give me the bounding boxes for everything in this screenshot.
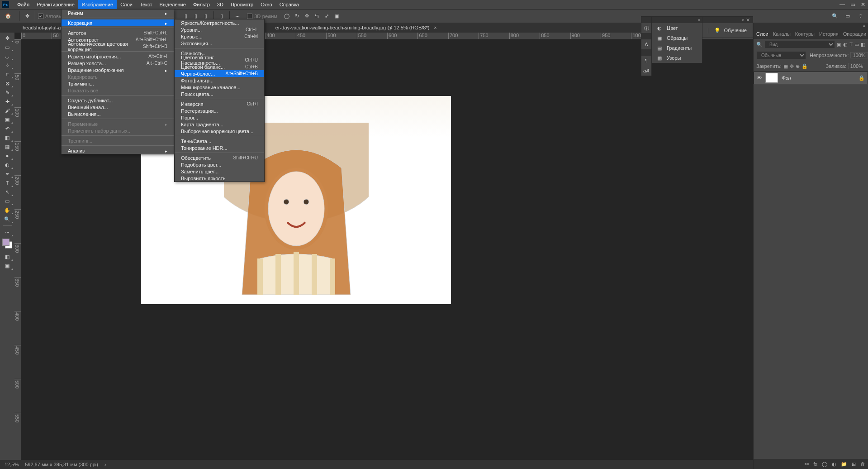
panel-expand-icon[interactable]: » <box>698 18 700 22</box>
expand-icon[interactable]: » <box>863 23 865 29</box>
filter-shape-icon[interactable]: ▭ <box>854 42 859 48</box>
zoom-level[interactable]: 12,5% <box>5 462 19 467</box>
menuitem[interactable]: Создать дубликат... <box>62 97 174 104</box>
menuitem[interactable]: Цветовой тон/Насыщенность...Ctrl+U <box>175 57 264 63</box>
adjustment-icon[interactable]: ◐ <box>832 461 836 467</box>
menuitem[interactable]: Вычисления... <box>62 110 174 117</box>
filter-smart-icon[interactable]: ◧ <box>861 42 865 48</box>
type-tool[interactable]: T <box>1 178 14 187</box>
panel-patterns[interactable]: ▩Узоры <box>652 53 702 63</box>
menu-выделение[interactable]: Выделение <box>156 0 190 9</box>
menuitem[interactable]: Карта градиента... <box>175 121 264 128</box>
filter-pixel-icon[interactable]: ▣ <box>837 42 841 48</box>
blur-tool[interactable]: ● <box>1 151 14 160</box>
3d-camera-icon[interactable]: ▣ <box>332 11 342 21</box>
layer-thumbnail[interactable] <box>765 73 778 83</box>
menu-просмотр[interactable]: Просмотр <box>227 0 257 9</box>
panel-swatches[interactable]: ▦Образцы <box>652 33 702 43</box>
layer-row[interactable]: 👁 Фон 🔒 <box>754 72 868 84</box>
layer-name[interactable]: Фон <box>782 75 791 81</box>
3d-mode-checkbox[interactable]: 3D-режим <box>247 14 277 19</box>
menu-справка[interactable]: Справка <box>276 0 303 9</box>
edit-toolbar-icon[interactable]: ··· <box>1 228 14 237</box>
healing-tool[interactable]: ✚ <box>1 97 14 106</box>
menuitem[interactable]: Тонирование HDR... <box>175 144 264 151</box>
search-icon[interactable]: 🔍 <box>830 11 840 21</box>
ruler-vertical[interactable]: 050100150200250300350400450500550 <box>14 39 21 460</box>
path-tool[interactable]: ↖ <box>1 187 14 196</box>
move-tool[interactable]: ✥ <box>1 34 14 43</box>
menuitem[interactable]: Фотофильтр... <box>175 77 264 84</box>
lock-pixels-icon[interactable]: ▦ <box>783 63 788 69</box>
expand-strip[interactable] <box>641 17 651 23</box>
lasso-tool[interactable]: ◡ <box>1 52 14 61</box>
menuitem[interactable]: Подобрать цвет... <box>175 161 264 168</box>
tab-каналы[interactable]: Каналы <box>773 31 791 37</box>
blend-mode[interactable]: Обычные <box>756 51 806 59</box>
layer-filter[interactable]: Вид <box>764 40 835 48</box>
menuitem[interactable]: Размер изображения...Alt+Ctrl+I <box>62 53 174 60</box>
eraser-tool[interactable]: ◧ <box>1 133 14 142</box>
doc-dims[interactable]: 592,67 мм x 395,31 мм (300 ppi) <box>25 462 98 467</box>
menuitem[interactable]: Яркость/Контрастность... <box>175 19 264 26</box>
marquee-tool[interactable]: ▭ <box>1 43 14 52</box>
character-icon[interactable]: A <box>641 39 651 49</box>
menuitem[interactable]: Уровни...Ctrl+L <box>175 26 264 33</box>
minimize-icon[interactable]: — <box>840 1 845 8</box>
menuitem[interactable]: Внешний канал... <box>62 104 174 110</box>
menuitem[interactable]: Заменить цвет... <box>175 168 264 175</box>
panel-color[interactable]: ◐Цвет <box>652 23 702 33</box>
tab-контуры[interactable]: Контуры <box>795 31 815 37</box>
menu-слои[interactable]: Слои <box>117 0 136 9</box>
menuitem[interactable]: Вращение изображения <box>62 67 174 73</box>
share-icon[interactable]: ⇪ <box>855 11 865 21</box>
menuitem[interactable]: Порог... <box>175 114 264 121</box>
menuitem[interactable]: Тримминг... <box>62 80 174 87</box>
close-tab-icon[interactable]: × <box>434 25 436 30</box>
tab-операции[interactable]: Операции <box>843 31 866 37</box>
3d-slide-icon[interactable]: ⇆ <box>312 11 322 21</box>
gradient-tool[interactable]: ▦ <box>1 142 14 151</box>
menu-изображение[interactable]: Изображение <box>78 0 117 9</box>
paragraph-icon[interactable]: ¶ <box>641 56 651 66</box>
menuitem[interactable]: Режим <box>62 10 174 16</box>
filter-adjust-icon[interactable]: ◐ <box>843 42 848 48</box>
delete-icon[interactable]: 🗑 <box>860 461 865 467</box>
status-arrow-icon[interactable]: › <box>104 462 106 467</box>
hand-tool[interactable]: ✋ <box>1 206 14 215</box>
workspace-icon[interactable]: ▭ <box>843 11 853 21</box>
panel-gradients[interactable]: ▤Градиенты <box>652 43 702 53</box>
lock-artboard-icon[interactable]: ⊕ <box>796 63 800 69</box>
menu-3d[interactable]: 3D <box>213 0 227 9</box>
3d-roll-icon[interactable]: ↻ <box>292 11 302 21</box>
menuitem[interactable]: Поиск цвета... <box>175 91 264 97</box>
restore-icon[interactable]: ▭ <box>850 1 855 8</box>
lock-position-icon[interactable]: ✥ <box>790 63 794 69</box>
move-tool-indicator[interactable]: ✥ <box>22 11 32 21</box>
menuitem[interactable]: ОбесцветитьShift+Ctrl+U <box>175 154 264 161</box>
crop-tool[interactable]: ⌗ <box>1 70 14 79</box>
menu-окно[interactable]: Окно <box>257 0 276 9</box>
zoom-tool[interactable]: 🔍 <box>1 215 14 224</box>
menu-файл[interactable]: Файл <box>14 0 33 9</box>
new-layer-icon[interactable]: ⊞ <box>852 461 856 467</box>
lock-all-icon[interactable]: 🔒 <box>802 63 808 69</box>
history-brush-tool[interactable]: ↶ <box>1 124 14 133</box>
menuitem[interactable]: Кривые...Ctrl+M <box>175 33 264 40</box>
color-swatch[interactable] <box>2 239 12 249</box>
opacity-value[interactable]: 100% <box>850 52 868 58</box>
menuitem[interactable]: Выборочная коррекция цвета... <box>175 128 264 134</box>
menuitem[interactable]: Экспозиция... <box>175 40 264 47</box>
menuitem[interactable]: Размер холста...Alt+Ctrl+C <box>62 60 174 67</box>
menuitem[interactable]: ИнверсияCtrl+I <box>175 100 264 107</box>
home-icon[interactable]: 🏠 <box>4 12 13 21</box>
menuitem[interactable]: Тени/Света... <box>175 138 264 144</box>
dodge-tool[interactable]: ◐ <box>1 160 14 169</box>
shape-tool[interactable]: ▭ <box>1 196 14 206</box>
magic-wand-tool[interactable]: ✧ <box>1 61 14 70</box>
menuitem[interactable]: Выровнять яркость <box>175 175 264 182</box>
menuitem[interactable]: Коррекция <box>62 19 174 26</box>
tab-история[interactable]: История <box>819 31 839 37</box>
glyph-icon[interactable]: aA <box>641 66 651 76</box>
menuitem[interactable]: Черно-белое...Alt+Shift+Ctrl+B <box>175 70 264 77</box>
